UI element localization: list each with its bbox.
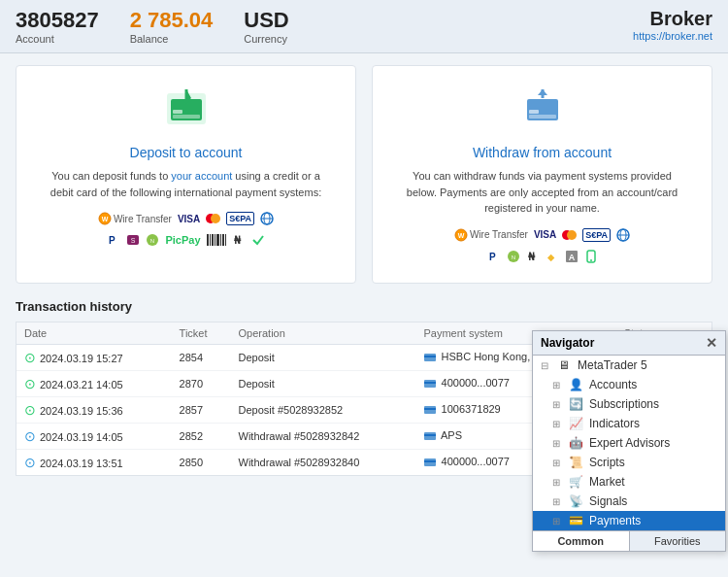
svg-rect-50: [424, 408, 436, 410]
nav-item-label: Subscriptions: [589, 397, 659, 411]
nav-item-expert[interactable]: ⊞🤖Expert Advisors: [533, 433, 725, 453]
payment-icon: [424, 351, 442, 362]
svg-text:₦: ₦: [528, 251, 536, 262]
barcode-icon: [207, 233, 226, 247]
deposit-icon: [40, 85, 332, 135]
navigator-title: Navigator: [541, 336, 594, 350]
header-left: 3805827 Account 2 785.04 Balance USD Cur…: [16, 8, 289, 45]
account-field: 3805827 Account: [16, 8, 99, 45]
deposit-payment-icons-2: P S N PicPay ₦: [40, 233, 332, 247]
svg-text:₦: ₦: [234, 234, 242, 246]
cell-ticket: 2850: [172, 449, 231, 475]
svg-rect-22: [220, 234, 221, 246]
navigator-close-button[interactable]: ✕: [706, 335, 717, 351]
broker-url[interactable]: https://broker.net: [633, 30, 712, 42]
svg-text:N: N: [150, 238, 154, 244]
withdraw-icon: [396, 85, 688, 135]
tree-item-bullet: ⊞: [552, 458, 560, 468]
common-tab[interactable]: Common: [533, 531, 630, 551]
cell-operation: Deposit: [231, 344, 416, 370]
nav-item-accounts[interactable]: ⊞👤Accounts: [533, 375, 725, 394]
navigator-items: ⊟🖥MetaTrader 5⊞👤Accounts⊞🔄Subscriptions⊞…: [533, 356, 725, 530]
row-direction-icon: ⊙: [24, 402, 36, 418]
svg-text:◆: ◆: [546, 253, 555, 262]
svg-point-44: [590, 259, 592, 261]
navigator-footer: Common Favorities: [533, 530, 725, 551]
skrill-icon: S: [126, 233, 140, 247]
nav-item-icon: 🖥: [556, 358, 572, 372]
row-direction-icon: ⊙: [24, 455, 36, 470]
nav-item-payments[interactable]: ⊞💳Payments: [533, 511, 725, 530]
nav-item-icon: 🛒: [568, 475, 583, 489]
cell-date: ⊙2024.03.21 14:05: [17, 370, 172, 396]
cell-date: ⊙2024.03.19 14:05: [17, 423, 172, 449]
tree-item-bullet: ⊞: [552, 496, 560, 507]
svg-text:P: P: [489, 252, 496, 262]
svg-rect-27: [529, 115, 556, 119]
cell-ticket: 2870: [172, 370, 231, 396]
currency-field: USD Currency: [244, 8, 288, 45]
row-direction-icon: ⊙: [24, 350, 36, 365]
navigator-header: Navigator ✕: [533, 331, 725, 356]
nav-item-label: Payments: [589, 514, 641, 527]
svg-rect-24: [225, 234, 226, 246]
nav-item-label: Signals: [589, 494, 627, 508]
payment-icon: [424, 456, 442, 467]
svg-rect-3: [173, 110, 182, 114]
nav-item-mt5[interactable]: ⊟🖥MetaTrader 5: [533, 356, 725, 375]
binance-icon: ◆: [546, 250, 559, 263]
cell-date: ⊙2024.03.19 15:36: [17, 396, 172, 423]
nav-item-label: MetaTrader 5: [578, 358, 647, 372]
payment-icon: [424, 429, 441, 441]
neteller-w-icon: N: [507, 250, 520, 263]
withdraw-card: Withdraw from account You can withdraw f…: [372, 65, 712, 284]
broker-name: Broker: [633, 8, 712, 30]
sepa-icon: S€PA: [226, 212, 254, 225]
account-label: Account: [16, 33, 99, 45]
nav-item-indicators[interactable]: ⊞📈Indicators: [533, 414, 725, 433]
neteller-icon: N: [146, 233, 159, 247]
nav-item-signals[interactable]: ⊞📡Signals: [533, 492, 725, 511]
nav-item-icon: 📡: [568, 494, 583, 508]
cell-operation: Withdrawal #5028932840: [231, 449, 416, 475]
nav-item-label: Indicators: [589, 417, 640, 430]
nav-item-subscriptions[interactable]: ⊞🔄Subscriptions: [533, 394, 725, 414]
nav-item-icon: 💳: [568, 514, 583, 527]
tree-item-bullet: ⊞: [552, 399, 560, 410]
nav-item-market[interactable]: ⊞🛒Market: [533, 472, 725, 492]
svg-text:N: N: [511, 255, 514, 260]
tree-item-bullet: ⊞: [552, 516, 560, 526]
deposit-title: Deposit to account: [40, 145, 332, 160]
svg-rect-21: [216, 234, 219, 246]
svg-rect-23: [222, 234, 224, 246]
deposit-svg: [163, 85, 210, 132]
tree-item-bullet: ⊞: [552, 438, 560, 449]
naira-icon: ₦: [232, 233, 246, 247]
naira-w-icon: ₦: [526, 250, 540, 263]
tree-item-bullet: ⊞: [552, 419, 560, 429]
cell-date: ⊙2024.03.19 13:51: [17, 449, 172, 475]
mastercard-w-icon: [562, 230, 577, 240]
currency-label: Currency: [244, 33, 288, 45]
tree-item-bullet: ⊞: [552, 380, 560, 390]
nav-item-label: Market: [589, 475, 625, 489]
nav-item-label: Accounts: [589, 378, 637, 391]
svg-rect-19: [212, 234, 214, 246]
globe-w-icon: [616, 228, 630, 242]
tree-expand-icon: ⊟: [541, 360, 548, 371]
mastercard-icon: [206, 214, 220, 223]
tree-item-bullet: ⊞: [552, 477, 560, 488]
phone-icon: [584, 250, 598, 263]
withdraw-desc: You can withdraw funds via payment syste…: [396, 168, 688, 217]
nav-item-scripts[interactable]: ⊞📜Scripts: [533, 453, 725, 472]
favorites-tab[interactable]: Favorities: [630, 531, 726, 551]
nav-item-icon: 📜: [568, 456, 583, 469]
deposit-payment-icons: W Wire Transfer VISA S€PA: [40, 212, 332, 225]
broker-info: Broker https://broker.net: [633, 8, 712, 42]
svg-text:A: A: [568, 253, 575, 262]
balance-field: 2 785.04 Balance: [130, 8, 214, 45]
deposit-desc: You can deposit funds to your account us…: [40, 168, 332, 200]
paypal-icon: P: [107, 233, 120, 247]
svg-text:W: W: [458, 232, 465, 239]
check-icon: [251, 233, 265, 247]
